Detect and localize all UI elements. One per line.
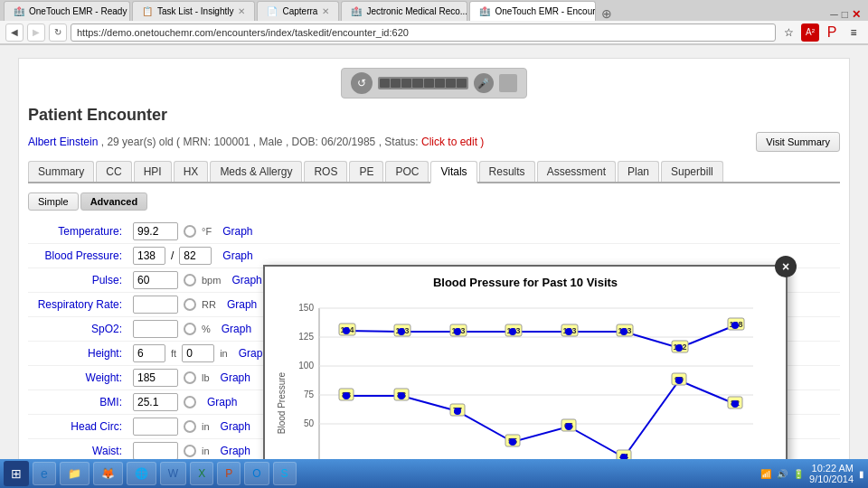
rr-graph-link[interactable]: Graph — [227, 298, 257, 311]
restore-btn[interactable]: □ — [842, 8, 848, 21]
bmi-input[interactable] — [133, 393, 178, 411]
temperature-input[interactable] — [133, 222, 178, 240]
browser-tab-1[interactable]: 🏥 OneTouch EMR - Ready ✕ — [4, 1, 130, 21]
taskbar-word[interactable]: W — [160, 462, 186, 485]
browser-tab-3[interactable]: 📄 Capterra ✕ — [257, 1, 339, 21]
chart-close-btn[interactable]: × — [775, 256, 797, 277]
main-tabs: Summary CC HPI HX Meds & Allergy ROS PE … — [28, 161, 840, 183]
bookmark-icon[interactable]: ☆ — [779, 23, 797, 42]
bp-systolic-input[interactable] — [133, 247, 165, 265]
waist-spinner[interactable] — [184, 445, 196, 457]
y-label-150: 150 — [298, 303, 314, 313]
toolbar-extra-btn[interactable] — [499, 74, 517, 92]
height-ft-input[interactable] — [133, 344, 165, 362]
pulse-unit: bpm — [202, 275, 221, 286]
tab-close-2[interactable]: ✕ — [238, 6, 245, 16]
spo2-graph-link[interactable]: Graph — [222, 323, 251, 335]
start-button[interactable]: ⊞ — [4, 461, 29, 486]
tab-hx[interactable]: HX — [174, 161, 209, 182]
head-circ-spinner[interactable] — [184, 420, 196, 433]
tab-results[interactable]: Results — [479, 161, 535, 182]
tab-plan[interactable]: Plan — [618, 161, 659, 182]
network-icon[interactable]: 📶 — [760, 469, 771, 479]
bp-graph-link[interactable]: Graph — [222, 249, 252, 262]
address-bar[interactable] — [71, 23, 776, 42]
temperature-unit: °F — [202, 226, 212, 237]
weight-graph-link[interactable]: Graph — [221, 371, 250, 384]
patient-status-action[interactable]: Click to edit ) — [421, 136, 484, 148]
taskbar-explorer[interactable]: 📁 — [60, 462, 90, 485]
back-btn[interactable]: ◀ — [5, 23, 24, 42]
pulse-input[interactable] — [133, 271, 178, 289]
tab-cc[interactable]: CC — [96, 161, 131, 182]
temperature-row: Temperature: °F Graph — [28, 220, 840, 244]
taskbar-outlook[interactable]: O — [244, 462, 269, 485]
tab-assessment[interactable]: Assessment — [537, 161, 616, 182]
taskbar-ie[interactable]: e — [33, 462, 56, 485]
taskbar-excel[interactable]: X — [190, 462, 213, 485]
browser-tab-2[interactable]: 📋 Task List - Insightly ✕ — [132, 1, 255, 21]
show-desktop-btn[interactable]: ▮ — [859, 469, 864, 479]
sys-dot-8 — [731, 322, 739, 329]
taskbar-firefox[interactable]: 🦊 — [93, 462, 123, 485]
pulse-spinner[interactable] — [184, 274, 196, 286]
tab-close-3[interactable]: ✕ — [322, 6, 329, 16]
height-in-input[interactable] — [182, 344, 214, 362]
tab-summary[interactable]: Summary — [28, 161, 94, 182]
forward-btn[interactable]: ▶ — [27, 23, 45, 42]
tab-meds[interactable]: Meds & Allergy — [210, 161, 302, 182]
vitals-section: Temperature: °F Graph Blood Pressure: / … — [28, 220, 840, 459]
waist-input[interactable] — [133, 442, 178, 459]
taskbar-chrome[interactable]: 🌐 — [127, 462, 156, 485]
weight-input[interactable] — [133, 369, 178, 387]
windows-icon: ⊞ — [11, 466, 22, 481]
pulse-graph-link[interactable]: Graph — [231, 274, 261, 286]
menu-icon[interactable]: ≡ — [844, 23, 863, 42]
advanced-view-btn[interactable]: Advanced — [80, 192, 148, 211]
head-circ-graph-link[interactable]: Graph — [221, 420, 250, 433]
pulse-label: Pulse: — [28, 274, 127, 286]
bp-diastolic-input[interactable] — [179, 247, 212, 265]
taskbar-ppt[interactable]: P — [217, 462, 241, 485]
temperature-graph-link[interactable]: Graph — [222, 225, 252, 238]
battery-icon[interactable]: 🔋 — [793, 469, 804, 479]
bmi-spinner[interactable] — [184, 396, 196, 408]
addon-icon-2[interactable]: P — [823, 23, 841, 42]
browser-tab-5[interactable]: 🏥 OneTouch EMR - Encour... ✕ — [469, 1, 596, 21]
systolic-points: 134 133 133 133 133 — [339, 318, 744, 352]
spo2-input[interactable] — [133, 320, 178, 338]
addon-icon-1[interactable]: A² — [801, 23, 819, 42]
simple-view-btn[interactable]: Simple — [28, 192, 79, 211]
weight-spinner[interactable] — [184, 371, 196, 384]
taskbar-clock[interactable]: 10:22 AM 9/10/2014 — [809, 463, 854, 484]
patient-info-text: Albert Einstein , 29 year(s) old ( MRN: … — [28, 136, 484, 148]
browser-tab-4[interactable]: 🏥 Jectronic Medical Reco... ✕ — [341, 1, 467, 21]
refresh-btn[interactable]: ↻ — [49, 23, 67, 42]
weight-unit: lb — [202, 372, 210, 383]
bmi-graph-link[interactable]: Graph — [207, 396, 237, 408]
new-tab-btn[interactable]: ⊕ — [598, 6, 616, 21]
spo2-spinner[interactable] — [184, 323, 196, 335]
rr-input[interactable] — [133, 296, 178, 314]
waist-graph-link[interactable]: Graph — [221, 445, 250, 457]
tab-ros[interactable]: ROS — [304, 161, 347, 182]
temperature-spinner[interactable] — [184, 225, 196, 238]
head-circ-input[interactable] — [133, 418, 178, 436]
sound-icon[interactable]: 🔊 — [777, 469, 788, 479]
close-btn[interactable]: ✕ — [852, 8, 861, 21]
tab-hpi[interactable]: HPI — [134, 161, 172, 182]
tab-poc[interactable]: POC — [385, 161, 429, 182]
tab-vitals[interactable]: Vitals — [430, 161, 476, 183]
y-label-100: 100 — [298, 361, 314, 371]
minimize-btn[interactable]: ─ — [830, 8, 838, 21]
toolbar-undo-icon[interactable]: ↺ — [351, 72, 373, 94]
tab-pe[interactable]: PE — [349, 161, 383, 182]
visit-summary-button[interactable]: Visit Summary — [756, 132, 840, 152]
rr-spinner[interactable] — [184, 298, 196, 311]
dia-dot-8 — [731, 400, 739, 408]
patient-name-link[interactable]: Albert Einstein — [28, 136, 98, 148]
tab-superbill[interactable]: Superbill — [661, 161, 723, 182]
taskbar-skype[interactable]: S — [273, 462, 297, 485]
toolbar-mic-icon[interactable]: 🎤 — [474, 73, 494, 93]
ie-icon: e — [41, 466, 48, 481]
